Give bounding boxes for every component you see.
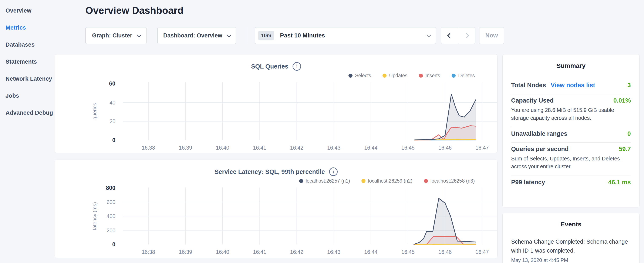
time-step-forward-button[interactable]	[458, 28, 475, 44]
queries-per-second-label: Queries per second	[511, 146, 569, 153]
x-tick-label: 16:44	[364, 145, 378, 151]
p99-latency-row: P99 latency 46.1 ms	[511, 179, 631, 186]
sidebar-item-jobs[interactable]: Jobs	[0, 87, 53, 104]
event-item-timestamp: May 13, 2020 at 4:45 PM	[511, 257, 631, 263]
x-tick-label: 16:40	[216, 249, 230, 255]
p99-latency-label: P99 latency	[511, 179, 545, 186]
chevron-down-icon	[426, 33, 431, 37]
y-axis-label: queries	[92, 103, 98, 120]
capacity-description: You are using 28.6 MiB of 515.9 GiB usab…	[511, 106, 631, 122]
x-tick-label: 16:42	[290, 249, 304, 255]
summary-divider	[511, 94, 631, 94]
x-tick-label: 16:47	[476, 145, 489, 151]
time-range-badge: 10m	[258, 31, 274, 40]
queries-per-second-row: Queries per second 59.7	[511, 146, 631, 153]
capacity-row: Capacity Used 0.01%	[511, 97, 631, 104]
service-latency-chart-card: Service Latency: SQL, 99th percentile i …	[55, 160, 498, 258]
sql-queries-plot: 16:3816:3916:4016:4116:4216:4316:4416:45…	[55, 55, 498, 153]
now-button[interactable]: Now	[479, 27, 504, 44]
unavailable-ranges-row: Unavailable ranges 0	[511, 130, 631, 137]
sidebar-item-overview[interactable]: Overview	[0, 2, 53, 19]
controls-bar: Graph: Cluster Dashboard: Overview 10m P…	[86, 27, 504, 44]
x-tick-label: 16:41	[253, 145, 266, 151]
sidebar-item-network-latency[interactable]: Network Latency	[0, 70, 53, 87]
x-tick-label: 16:45	[402, 249, 415, 255]
sidebar: Overview Metrics Databases Statements Ne…	[0, 0, 53, 121]
page-title: Overview Dashboard	[86, 5, 184, 16]
qps-description: Sum of Selects, Updates, Inserts, and De…	[511, 155, 631, 170]
events-heading: Events	[511, 221, 631, 228]
dashboard-dropdown[interactable]: Dashboard: Overview	[157, 27, 236, 44]
y-tick-label: 60	[109, 80, 116, 87]
x-tick-label: 16:41	[253, 249, 266, 255]
capacity-used-label: Capacity Used	[511, 97, 554, 104]
time-range-select[interactable]: 10m Past 10 Minutes	[255, 27, 436, 44]
y-tick-label: 20	[110, 118, 116, 124]
graph-scope-label: Graph: Cluster	[92, 32, 132, 39]
capacity-used-value: 0.01%	[614, 97, 631, 104]
x-tick-label: 16:46	[438, 249, 452, 255]
y-axis-label: latency (ms)	[92, 202, 98, 230]
y-tick-label: 400	[106, 213, 116, 219]
x-tick-label: 16:45	[402, 145, 415, 151]
service-latency-plot: 16:3816:3916:4016:4116:4216:4316:4416:45…	[55, 160, 498, 258]
queries-per-second-value: 59.7	[619, 146, 631, 153]
p99-latency-value: 46.1 ms	[608, 179, 631, 186]
y-tick-label: 40	[110, 100, 116, 106]
time-step-back-button[interactable]	[442, 28, 458, 44]
unavailable-ranges-value: 0	[628, 130, 631, 137]
summary-heading: Summary	[511, 62, 631, 69]
x-tick-label: 16:47	[476, 249, 489, 255]
time-step-buttons	[441, 27, 475, 44]
total-nodes-row: Total Nodes View nodes list 3	[511, 82, 631, 89]
y-tick-label: 200	[106, 227, 116, 233]
events-panel: Events Schema Change Completed: Schema c…	[502, 213, 640, 263]
x-tick-label: 16:42	[290, 145, 304, 151]
x-tick-label: 16:40	[216, 145, 230, 151]
sql-queries-chart-card: SQL Queries i SelectsUpdatesInsertsDelet…	[55, 54, 498, 153]
dashboard-label: Dashboard: Overview	[163, 32, 222, 39]
sidebar-item-statements[interactable]: Statements	[0, 53, 53, 70]
total-nodes-label: Total Nodes	[511, 82, 546, 89]
x-tick-label: 16:39	[179, 145, 192, 151]
y-tick-label: 800	[106, 185, 116, 191]
summary-divider	[511, 142, 631, 143]
unavailable-ranges-label: Unavailable ranges	[511, 130, 567, 137]
x-tick-label: 16:43	[327, 145, 340, 151]
graph-scope-dropdown[interactable]: Graph: Cluster	[86, 27, 147, 44]
sidebar-item-databases[interactable]: Databases	[0, 36, 53, 53]
total-nodes-value: 3	[628, 82, 631, 89]
summary-panel: Summary Total Nodes View nodes list 3 Ca…	[502, 54, 640, 207]
sidebar-item-metrics[interactable]: Metrics	[0, 19, 53, 36]
x-tick-label: 16:38	[142, 249, 155, 255]
chevron-right-icon	[464, 33, 469, 38]
x-tick-label: 16:46	[438, 145, 452, 151]
y-tick-label: 600	[106, 199, 116, 205]
event-item-text: Schema Change Completed: Schema change w…	[511, 237, 631, 255]
y-tick-label: 0	[112, 241, 116, 248]
y-tick-label: 0	[112, 137, 116, 143]
x-tick-label: 16:43	[327, 249, 340, 255]
time-range-label: Past 10 Minutes	[280, 32, 325, 39]
x-tick-label: 16:44	[364, 249, 378, 255]
x-tick-label: 16:38	[142, 145, 155, 151]
chevron-down-icon	[227, 33, 231, 37]
chevron-down-icon	[137, 33, 142, 37]
view-nodes-list-link[interactable]: View nodes list	[551, 82, 595, 89]
x-tick-label: 16:39	[179, 249, 192, 255]
sidebar-item-advanced-debug[interactable]: Advanced Debug	[0, 104, 53, 121]
chevron-left-icon	[447, 33, 452, 38]
